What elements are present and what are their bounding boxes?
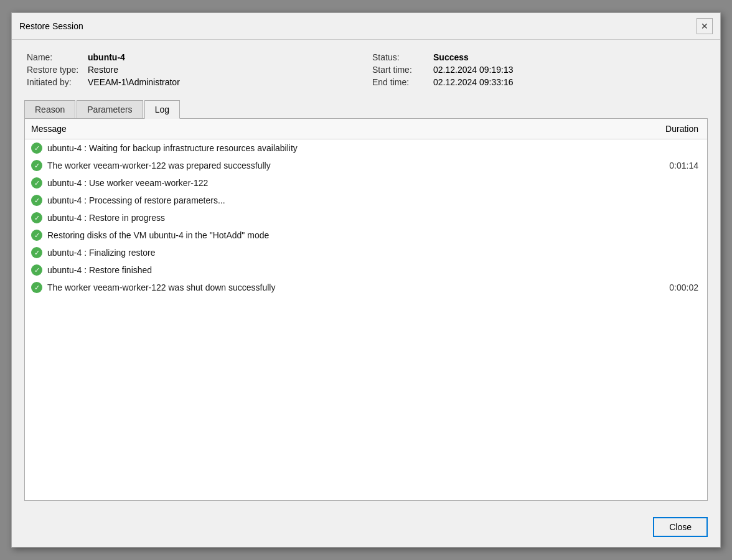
log-message-container: ✓The worker veeam-worker-122 was prepare… (31, 160, 645, 171)
initiated-by-value: VEEAM-1\Administrator (88, 77, 180, 87)
log-panel: Message Duration ✓ubuntu-4 : Waiting for… (24, 118, 708, 501)
log-row: ✓ubuntu-4 : Processing of restore parame… (25, 192, 707, 209)
log-duration-cell (651, 261, 707, 279)
log-message-cell: ✓ubuntu-4 : Finalizing restore (25, 244, 651, 261)
success-check-icon: ✓ (31, 264, 42, 276)
log-row: ✓The worker veeam-worker-122 was prepare… (25, 157, 707, 174)
end-time-row: End time: 02.12.2024 09:33:16 (372, 77, 705, 87)
tabs-container: Reason Parameters Log (12, 100, 720, 118)
info-section: Name: ubuntu-4 Restore type: Restore Ini… (12, 40, 720, 100)
log-duration-cell (651, 244, 707, 261)
log-row: ✓ubuntu-4 : Use worker veeam-worker-122 (25, 174, 707, 192)
log-duration-cell (651, 174, 707, 192)
log-message-container: ✓ubuntu-4 : Processing of restore parame… (31, 195, 645, 206)
success-check-icon: ✓ (31, 177, 42, 189)
log-message-container: ✓ubuntu-4 : Restore finished (31, 264, 645, 276)
log-duration-cell (651, 139, 707, 157)
success-check-icon: ✓ (31, 247, 42, 258)
log-table: Message Duration ✓ubuntu-4 : Waiting for… (25, 119, 707, 296)
log-duration-cell: 0:00:02 (651, 279, 707, 296)
success-check-icon: ✓ (31, 212, 42, 223)
log-message-cell: ✓ubuntu-4 : Restore in progress (25, 209, 651, 226)
log-message-text: Restoring disks of the VM ubuntu-4 in th… (47, 230, 269, 240)
duration-column-header: Duration (651, 119, 707, 139)
log-message-text: ubuntu-4 : Restore finished (47, 265, 152, 275)
log-message-container: ✓The worker veeam-worker-122 was shut do… (31, 282, 645, 293)
success-check-icon: ✓ (31, 282, 42, 293)
log-row: ✓The worker veeam-worker-122 was shut do… (25, 279, 707, 296)
log-message-text: The worker veeam-worker-122 was prepared… (47, 161, 271, 170)
log-message-cell: ✓The worker veeam-worker-122 was prepare… (25, 157, 651, 174)
success-check-icon: ✓ (31, 195, 42, 206)
log-message-text: ubuntu-4 : Use worker veeam-worker-122 (47, 178, 208, 188)
restore-type-value: Restore (88, 65, 118, 75)
restore-type-row: Restore type: Restore (27, 65, 360, 75)
status-value: Success (433, 52, 469, 62)
log-row: ✓ubuntu-4 : Waiting for backup infrastru… (25, 139, 707, 157)
close-button[interactable]: Close (653, 517, 708, 537)
end-time-label: End time: (372, 77, 428, 87)
log-message-cell: ✓ubuntu-4 : Processing of restore parame… (25, 192, 651, 209)
log-message-cell: ✓ubuntu-4 : Use worker veeam-worker-122 (25, 174, 651, 192)
right-info-column: Status: Success Start time: 02.12.2024 0… (372, 52, 705, 90)
log-message-cell: ✓ubuntu-4 : Waiting for backup infrastru… (25, 139, 651, 157)
log-message-text: ubuntu-4 : Finalizing restore (47, 248, 156, 258)
log-message-text: The worker veeam-worker-122 was shut dow… (47, 282, 275, 292)
dialog-title: Restore Session (19, 21, 83, 31)
name-value: ubuntu-4 (88, 52, 125, 62)
message-column-header: Message (25, 119, 651, 139)
start-time-row: Start time: 02.12.2024 09:19:13 (372, 65, 705, 75)
log-row: ✓ubuntu-4 : Restore in progress (25, 209, 707, 226)
success-check-icon: ✓ (31, 160, 42, 171)
log-message-container: ✓ubuntu-4 : Use worker veeam-worker-122 (31, 177, 645, 189)
log-duration-cell (651, 192, 707, 209)
tab-reason[interactable]: Reason (24, 100, 75, 119)
log-message-container: ✓ubuntu-4 : Finalizing restore (31, 247, 645, 258)
start-time-label: Start time: (372, 65, 428, 75)
tab-parameters[interactable]: Parameters (77, 100, 143, 119)
log-table-header: Message Duration (25, 119, 707, 139)
title-bar: Restore Session ✕ (12, 13, 720, 40)
log-row: ✓ubuntu-4 : Restore finished (25, 261, 707, 279)
start-time-value: 02.12.2024 09:19:13 (433, 65, 513, 75)
left-info-column: Name: ubuntu-4 Restore type: Restore Ini… (27, 52, 360, 90)
log-duration-cell (651, 226, 707, 244)
log-message-cell: ✓ubuntu-4 : Restore finished (25, 261, 651, 279)
name-label: Name: (27, 52, 83, 62)
log-message-cell: ✓The worker veeam-worker-122 was shut do… (25, 279, 651, 296)
success-check-icon: ✓ (31, 142, 42, 154)
log-message-text: ubuntu-4 : Processing of restore paramet… (47, 195, 225, 205)
log-message-text: ubuntu-4 : Waiting for backup infrastruc… (47, 143, 298, 153)
log-row: ✓ubuntu-4 : Finalizing restore (25, 244, 707, 261)
footer: Close (12, 511, 720, 547)
restore-session-dialog: Restore Session ✕ Name: ubuntu-4 Restore… (11, 12, 721, 548)
status-row: Status: Success (372, 52, 705, 62)
log-content: Message Duration ✓ubuntu-4 : Waiting for… (25, 119, 707, 500)
restore-type-label: Restore type: (27, 65, 83, 75)
initiated-by-label: Initiated by: (27, 77, 83, 87)
log-message-container: ✓ubuntu-4 : Restore in progress (31, 212, 645, 223)
log-duration-cell (651, 209, 707, 226)
name-row: Name: ubuntu-4 (27, 52, 360, 62)
end-time-value: 02.12.2024 09:33:16 (433, 77, 513, 87)
tab-log[interactable]: Log (144, 100, 180, 119)
log-message-cell: ✓Restoring disks of the VM ubuntu-4 in t… (25, 226, 651, 244)
success-check-icon: ✓ (31, 230, 42, 241)
log-message-text: ubuntu-4 : Restore in progress (47, 213, 165, 223)
initiated-by-row: Initiated by: VEEAM-1\Administrator (27, 77, 360, 87)
title-bar-close-button[interactable]: ✕ (697, 18, 713, 34)
log-duration-cell: 0:01:14 (651, 157, 707, 174)
log-message-container: ✓Restoring disks of the VM ubuntu-4 in t… (31, 230, 645, 241)
status-label: Status: (372, 52, 428, 62)
log-message-container: ✓ubuntu-4 : Waiting for backup infrastru… (31, 142, 645, 154)
log-row: ✓Restoring disks of the VM ubuntu-4 in t… (25, 226, 707, 244)
